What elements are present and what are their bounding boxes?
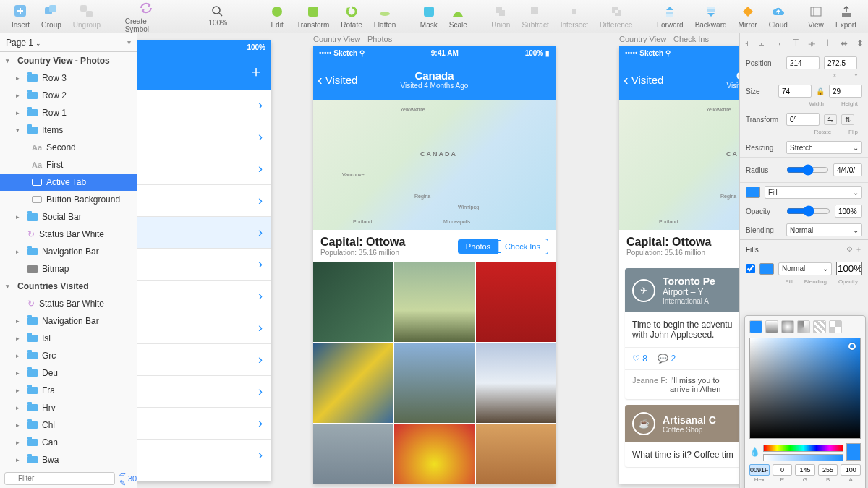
checkin-card-airport[interactable]: ✈ Toronto PeAirport – YInternational A T… xyxy=(625,268,739,399)
photo-thumb[interactable] xyxy=(476,262,556,342)
view-button[interactable]: View xyxy=(802,4,830,29)
photo-thumb[interactable] xyxy=(394,262,474,342)
insert-button[interactable]: Insert xyxy=(6,4,35,29)
blending-select[interactable]: Normal⌄ xyxy=(786,223,862,236)
transform-button[interactable]: Transform xyxy=(291,4,335,29)
edit-button[interactable]: Edit xyxy=(263,4,291,29)
layer-first[interactable]: AaFirst xyxy=(0,156,137,174)
layer-social-bar[interactable]: ▸Social Bar xyxy=(0,208,137,226)
layer-fra[interactable]: ▸Fra xyxy=(0,382,137,399)
artboard-country-checkins[interactable]: ••••• Sketch ⚲ ‹Visited CVisited 4 Yello… xyxy=(619,46,739,484)
fill-opacity-input[interactable] xyxy=(836,262,862,275)
canvas[interactable]: •••••100% Map ＋ ›››› › ›››› ››› Country … xyxy=(137,33,739,488)
layer-bitmap[interactable]: Bitmap xyxy=(0,260,137,278)
photo-thumb[interactable] xyxy=(394,343,474,423)
comment-button[interactable]: 💬 2 xyxy=(658,354,676,364)
fill-swatch[interactable] xyxy=(746,187,760,198)
opacity-input[interactable] xyxy=(835,205,862,218)
align-left-icon[interactable]: ⫞ xyxy=(744,38,749,48)
radius-input[interactable] xyxy=(833,163,862,176)
layer-row3[interactable]: ▸Row 3 xyxy=(0,69,137,87)
zoom-control[interactable]: −+ 100% xyxy=(192,6,244,27)
rotate-button[interactable]: Rotate xyxy=(335,4,367,29)
hue-slider[interactable] xyxy=(763,445,843,452)
layers-section-countries[interactable]: ▾Countries Visited xyxy=(0,278,137,295)
subtract-button[interactable]: Subtract xyxy=(516,4,554,29)
lock-icon[interactable]: 🔒 xyxy=(816,87,825,95)
photo-thumb[interactable] xyxy=(313,343,393,423)
artboard-countries-visited[interactable]: •••••100% Map ＋ ›››› › ›››› ››› xyxy=(137,40,271,481)
layer-grc[interactable]: ▸Grc xyxy=(0,347,137,364)
photo-thumb[interactable] xyxy=(313,424,393,484)
g-input[interactable] xyxy=(795,464,815,476)
mirror-button[interactable]: Mirror xyxy=(733,4,763,29)
create-symbol-button[interactable]: Create Symbol xyxy=(119,0,173,33)
page-selector[interactable]: Page 1 ⌄ ▾ xyxy=(0,33,137,52)
gear-icon[interactable]: ⚙ xyxy=(846,245,853,253)
position-x-input[interactable] xyxy=(786,56,820,69)
a-input[interactable] xyxy=(841,464,861,476)
color-field[interactable] xyxy=(749,338,861,439)
height-input[interactable] xyxy=(829,85,862,98)
like-button[interactable]: ♡ 8 xyxy=(632,354,647,364)
hex-input[interactable] xyxy=(749,464,770,476)
layer-row1[interactable]: ▸Row 1 xyxy=(0,104,137,121)
layer-hrv[interactable]: ▸Hrv xyxy=(0,399,137,416)
radius-slider[interactable] xyxy=(786,163,829,176)
layer-deu[interactable]: ▸Deu xyxy=(0,364,137,382)
group-button[interactable]: Group xyxy=(35,4,67,29)
align-bottom-icon[interactable]: ⟘ xyxy=(825,38,831,48)
add-button[interactable]: ＋ xyxy=(248,61,264,82)
photo-thumb[interactable] xyxy=(476,343,556,423)
layer-row2[interactable]: ▸Row 2 xyxy=(0,87,137,104)
layer-navbar[interactable]: ▸Navigation Bar xyxy=(0,243,137,260)
align-center-icon[interactable]: ⫠ xyxy=(757,38,766,48)
photo-thumb[interactable] xyxy=(476,424,556,484)
layer-status-bar[interactable]: ↻Status Bar White xyxy=(0,226,137,243)
layer-button-bg[interactable]: Button Background xyxy=(0,191,137,208)
tabs-control[interactable]: Photos Check Ins xyxy=(458,239,548,254)
layer-second[interactable]: AaSecond xyxy=(0,139,137,156)
rotate-input[interactable] xyxy=(786,113,820,126)
artboard-country-photos[interactable]: ••••• Sketch ⚲ 9:41 AM 100% ▮ ‹Visited C… xyxy=(313,46,556,484)
fill-color-swatch[interactable] xyxy=(760,263,774,275)
fill-enable-checkbox[interactable] xyxy=(746,264,755,273)
layer-chl[interactable]: ▸Chl xyxy=(0,416,137,434)
color-mode-tabs[interactable] xyxy=(749,320,861,333)
layer-bwa[interactable]: ▸Bwa xyxy=(0,451,137,468)
align-controls[interactable]: ⫞⫠⫟ ⟙⟛⟘ ⬌⬍ xyxy=(740,33,868,53)
layers-section-country-photos[interactable]: ▾Country View - Photos xyxy=(0,52,137,69)
flatten-button[interactable]: Flatten xyxy=(368,4,402,29)
layer-navbar2[interactable]: ▸Navigation Bar xyxy=(0,312,137,330)
ungroup-button[interactable]: Ungroup xyxy=(67,4,106,29)
layer-items[interactable]: ▾Items xyxy=(0,121,137,139)
cloud-button[interactable]: Cloud xyxy=(763,4,793,29)
align-middle-icon[interactable]: ⟛ xyxy=(808,38,816,48)
layer-active-tab[interactable]: Active Tab xyxy=(0,174,137,191)
map-view[interactable]: Yellowknife CANADA Vancouver Regina Winn… xyxy=(313,100,556,230)
mask-button[interactable]: Mask xyxy=(414,4,443,29)
layer-isl[interactable]: ▸Isl xyxy=(0,330,137,347)
alpha-slider[interactable] xyxy=(763,454,843,461)
filter-input[interactable] xyxy=(4,472,115,485)
layer-can[interactable]: ▸Can xyxy=(0,434,137,451)
distribute-v-icon[interactable]: ⬍ xyxy=(856,38,864,48)
resizing-select[interactable]: Stretch⌄ xyxy=(786,141,862,154)
flip-v-icon[interactable]: ⇅ xyxy=(841,114,854,125)
photo-thumb[interactable] xyxy=(394,424,474,484)
backward-button[interactable]: Backward xyxy=(689,4,733,29)
align-top-icon[interactable]: ⟙ xyxy=(793,38,799,48)
fill-type-select[interactable]: Fill⌄ xyxy=(765,186,862,199)
difference-button[interactable]: Difference xyxy=(594,4,638,29)
position-y-input[interactable] xyxy=(824,56,857,69)
eyedropper-icon[interactable]: 💧 xyxy=(749,447,760,457)
map-view[interactable]: Yellowknife CANADA Regina Portland xyxy=(619,100,739,230)
forward-button[interactable]: Forward xyxy=(651,4,689,29)
r-input[interactable] xyxy=(773,464,793,476)
flip-h-icon[interactable]: ⇋ xyxy=(824,114,837,125)
add-fill-button[interactable]: ＋ xyxy=(855,245,862,253)
fill-blend-select[interactable]: Normal⌄ xyxy=(778,262,832,275)
tab-photos[interactable]: Photos xyxy=(459,239,498,254)
layer-status-bar2[interactable]: ↻Status Bar White xyxy=(0,295,137,312)
checkin-card-coffee[interactable]: ☕ Artisanal CCoffee Shop What time is it… xyxy=(625,405,739,467)
